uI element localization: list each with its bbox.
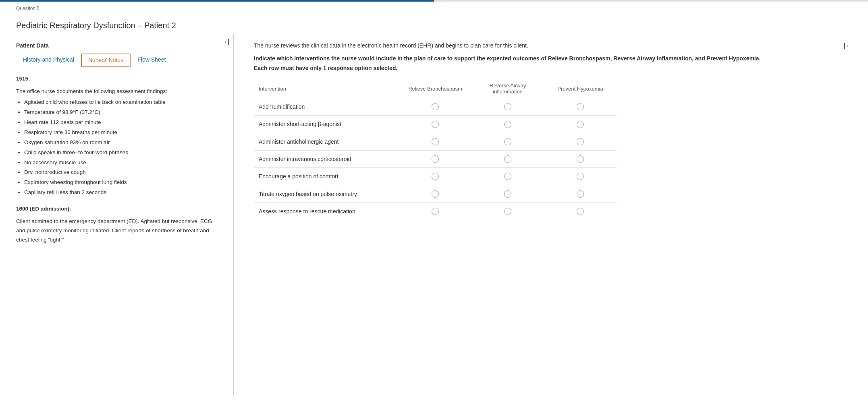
radio-cell-reverse (471, 185, 544, 202)
progress-bar-container (0, 0, 868, 2)
radio-cell-prevent (544, 202, 617, 220)
radio-button-reverse-row0[interactable] (504, 103, 511, 110)
right-panel: |← The nurse reviews the clinical data i… (234, 34, 868, 397)
table-row: Administer anticholinergic agent (254, 133, 617, 150)
radio-cell-relieve (399, 168, 471, 185)
patient-data-label: Patient Data (16, 42, 221, 49)
collapse-right-button[interactable]: →| (221, 38, 229, 45)
list-item: Respiratory rate 36 breaths per minute (24, 128, 221, 137)
table-row: Administer intravenous corticosteroid (254, 150, 617, 167)
radio-button-prevent-row3[interactable] (577, 155, 584, 163)
radio-cell-reverse (471, 133, 544, 150)
radio-button-relieve-row6[interactable] (432, 208, 439, 215)
radio-button-relieve-row1[interactable] (432, 121, 439, 128)
radio-cell-prevent (544, 185, 617, 202)
radio-cell-reverse (471, 202, 544, 220)
main-layout: →| Patient Data History and Physical Nur… (0, 34, 868, 397)
nurses-notes-content: 1515: The office nurse documents the fol… (16, 74, 221, 245)
radio-button-prevent-row2[interactable] (577, 138, 584, 145)
radio-cell-prevent (544, 98, 617, 116)
radio-button-reverse-row2[interactable] (504, 138, 511, 145)
radio-cell-relieve (399, 116, 471, 133)
table-row: Encourage a position of comfort (254, 168, 617, 185)
table-row: Assess response to rescue medication (254, 202, 617, 220)
radio-button-relieve-row0[interactable] (432, 103, 439, 110)
table-row: Titrate oxygen based on pulse oximetry (254, 185, 617, 202)
radio-button-prevent-row4[interactable] (577, 173, 584, 180)
tab-flow-sheet[interactable]: Flow Sheet (131, 54, 172, 67)
list-item: Child speaks in three- to four-word phra… (24, 148, 221, 157)
instruction-bold2: Each row must have only 1 response optio… (254, 65, 848, 71)
question-label: Question 5 (0, 2, 868, 14)
intervention-name: Administer short-acting β-agonist (254, 116, 399, 133)
intervention-name: Add humidification (254, 98, 399, 116)
radio-button-relieve-row2[interactable] (432, 138, 439, 145)
radio-button-reverse-row3[interactable] (504, 155, 511, 163)
radio-button-relieve-row4[interactable] (432, 173, 439, 180)
table-row: Add humidification (254, 98, 617, 116)
instruction-text: The nurse reviews the clinical data in t… (254, 42, 617, 49)
col-header-relieve: Relieve Bronchospasm (399, 79, 471, 98)
intervention-name: Administer intravenous corticosteroid (254, 150, 399, 167)
table-row: Administer short-acting β-agonist (254, 116, 617, 133)
radio-cell-relieve (399, 98, 471, 116)
radio-cell-reverse (471, 168, 544, 185)
tab-history[interactable]: History and Physical (16, 54, 81, 67)
list-item: Expiratory wheezing throughout lung fiel… (24, 178, 221, 187)
page-title: Pediatric Respiratory Dysfunction – Pati… (0, 14, 868, 34)
list-item: Agitated child who refuses to lie back o… (24, 98, 221, 107)
col-header-intervention: Intervention (254, 79, 399, 98)
radio-button-reverse-row4[interactable] (504, 173, 511, 180)
note-time-1600: 1600 (ED admission): (16, 206, 71, 212)
radio-button-reverse-row6[interactable] (504, 208, 511, 215)
radio-cell-prevent (544, 168, 617, 185)
left-panel: →| Patient Data History and Physical Nur… (0, 34, 234, 397)
intervention-name: Encourage a position of comfort (254, 168, 399, 185)
list-item: No accessory muscle use (24, 158, 221, 167)
list-item: Capillary refill less than 2 seconds (24, 188, 221, 197)
col-header-prevent: Prevent Hypoxemia (544, 79, 617, 98)
radio-cell-reverse (471, 98, 544, 116)
tabs: History and Physical Nurses' Notes Flow … (16, 54, 221, 67)
note-bullets-1515: Agitated child who refuses to lie back o… (24, 98, 221, 197)
radio-button-reverse-row1[interactable] (504, 121, 511, 128)
intervention-name: Administer anticholinergic agent (254, 133, 399, 150)
progress-bar-fill (0, 0, 434, 2)
radio-cell-reverse (471, 116, 544, 133)
note-intro-1515: The office nurse documents the following… (16, 87, 221, 96)
list-item: Temperature of 98.9°F (37.2°C) (24, 108, 221, 117)
note-time-1515: 1515: (16, 76, 30, 82)
instruction-bold: Indicate which Interventions the nurse w… (254, 55, 848, 62)
tab-nurses-notes[interactable]: Nurses' Notes (81, 54, 131, 67)
collapse-left-button[interactable]: |← (844, 42, 852, 50)
radio-cell-prevent (544, 116, 617, 133)
radio-button-relieve-row3[interactable] (432, 155, 439, 163)
radio-button-relieve-row5[interactable] (432, 190, 439, 198)
radio-cell-prevent (544, 150, 617, 167)
radio-cell-relieve (399, 202, 471, 220)
radio-button-prevent-row6[interactable] (577, 208, 584, 215)
list-item: Dry, nonproductive cough (24, 168, 221, 177)
list-item: Oxygen saturation 93% on room air (24, 138, 221, 147)
radio-cell-reverse (471, 150, 544, 167)
table-header-row: Intervention Relieve Bronchospasm Revers… (254, 79, 617, 98)
list-item: Heart rate 112 beats per minute (24, 118, 221, 127)
radio-cell-relieve (399, 185, 471, 202)
radio-button-prevent-row1[interactable] (577, 121, 584, 128)
radio-button-reverse-row5[interactable] (504, 190, 511, 198)
radio-cell-relieve (399, 150, 471, 167)
radio-button-prevent-row5[interactable] (577, 190, 584, 198)
intervention-name: Assess response to rescue medication (254, 202, 399, 220)
intervention-table: Intervention Relieve Bronchospasm Revers… (254, 79, 617, 220)
radio-button-prevent-row0[interactable] (577, 103, 584, 110)
note-paragraph-1600: Client admitted to the emergency departm… (16, 217, 221, 245)
radio-cell-prevent (544, 133, 617, 150)
radio-cell-relieve (399, 133, 471, 150)
col-header-reverse: Reverse Airway inflammation (471, 79, 544, 98)
intervention-name: Titrate oxygen based on pulse oximetry (254, 185, 399, 202)
